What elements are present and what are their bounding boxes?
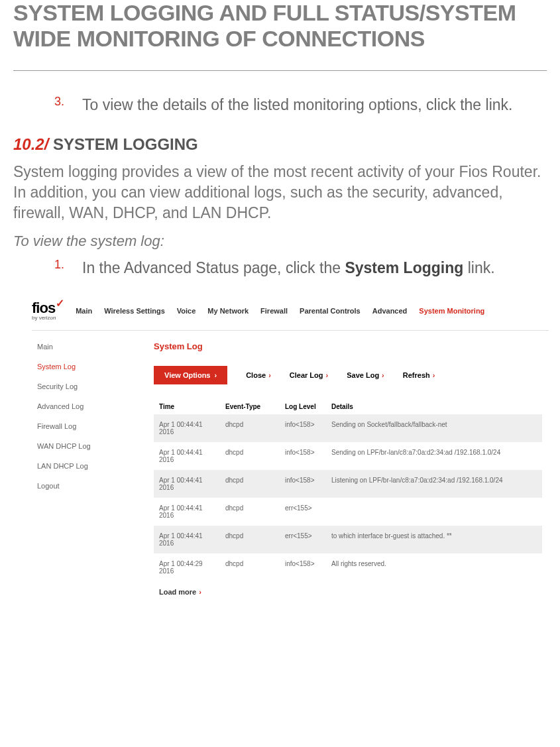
table-cell: Apr 1 00:44:41 2016 bbox=[154, 526, 220, 553]
topnav-item[interactable]: My Network bbox=[207, 307, 249, 315]
divider bbox=[13, 70, 547, 71]
topnav-item[interactable]: Advanced bbox=[372, 307, 408, 315]
table-cell: Sending on LPF/br-lan/c8:a7:0a:d2:34:ad … bbox=[326, 442, 542, 470]
fios-logo: fios ✓ by verizon bbox=[32, 301, 64, 321]
main-panel: System Log View Options › Close› Clear L… bbox=[131, 337, 549, 603]
table-cell: Apr 1 00:44:41 2016 bbox=[154, 470, 220, 498]
topnav-item[interactable]: Wireless Settings bbox=[104, 307, 165, 315]
topnav-item[interactable]: Voice bbox=[177, 307, 196, 315]
sidebar-item[interactable]: Advanced Log bbox=[37, 402, 126, 410]
step-1: 1. In the Advanced Status page, click th… bbox=[54, 258, 547, 278]
table-header-row: Time Event-Type Log Level Details bbox=[154, 399, 542, 414]
table-cell: err<155> bbox=[280, 526, 326, 553]
table-row: Apr 1 00:44:41 2016dhcpdinfo<158>Listeni… bbox=[154, 470, 542, 498]
table-cell: Listening on LPF/br-lan/c8:a7:0a:d2:34:a… bbox=[326, 470, 542, 498]
step-3-text: To view the details of the listed monito… bbox=[82, 95, 512, 115]
table-row: Apr 1 00:44:41 2016dhcpdinfo<158>Sending… bbox=[154, 442, 542, 470]
table-cell: info<158> bbox=[280, 414, 326, 442]
sidebar: MainSystem LogSecurity LogAdvanced LogFi… bbox=[32, 337, 131, 603]
col-event-type: Event-Type bbox=[220, 399, 280, 414]
table-cell: Sending on Socket/fallback/fallback-net bbox=[326, 414, 542, 442]
log-table: Time Event-Type Log Level Details Apr 1 … bbox=[154, 399, 542, 581]
step-3-number: 3. bbox=[54, 95, 82, 115]
sidebar-item[interactable]: System Log bbox=[37, 363, 126, 371]
table-cell: info<158> bbox=[280, 470, 326, 498]
chevron-right-icon: › bbox=[214, 371, 217, 379]
sidebar-item[interactable]: LAN DHCP Log bbox=[37, 462, 126, 470]
action-row: View Options › Close› Clear Log› Save Lo… bbox=[154, 366, 542, 384]
table-row: Apr 1 00:44:29 2016dhcpdinfo<158>All rig… bbox=[154, 553, 542, 581]
view-options-button[interactable]: View Options › bbox=[154, 366, 227, 384]
sidebar-item[interactable]: Security Log bbox=[37, 382, 126, 390]
table-cell: Apr 1 00:44:41 2016 bbox=[154, 442, 220, 470]
topnav-item[interactable]: System Monitoring bbox=[419, 307, 484, 315]
shot-header: fios ✓ by verizon MainWireless SettingsV… bbox=[32, 298, 549, 327]
intro-subheading: To view the system log: bbox=[13, 233, 547, 250]
step-3: 3. To view the details of the listed mon… bbox=[54, 95, 547, 115]
table-cell: dhcpd bbox=[220, 442, 280, 470]
topnav-item[interactable]: Parental Controls bbox=[300, 307, 361, 315]
page-title: SYSTEM LOGGING AND FULL STATUS/SYSTEM WI… bbox=[13, 0, 547, 52]
table-cell: info<158> bbox=[280, 553, 326, 581]
chevron-right-icon: › bbox=[326, 371, 329, 379]
panel-title: System Log bbox=[154, 341, 542, 351]
col-log-level: Log Level bbox=[280, 399, 326, 414]
table-cell: Apr 1 00:44:41 2016 bbox=[154, 498, 220, 526]
chevron-right-icon: › bbox=[433, 371, 435, 379]
chevron-right-icon: › bbox=[382, 371, 384, 379]
save-log-button[interactable]: Save Log› bbox=[347, 371, 384, 379]
table-row: Apr 1 00:44:41 2016dhcpderr<155>to which… bbox=[154, 526, 542, 553]
table-cell: to which interface br-guest is attached.… bbox=[326, 526, 542, 553]
top-nav: MainWireless SettingsVoiceMy NetworkFire… bbox=[76, 307, 484, 315]
close-button[interactable]: Close› bbox=[246, 371, 271, 379]
load-more-button[interactable]: Load more › bbox=[154, 581, 207, 603]
refresh-button[interactable]: Refresh› bbox=[403, 371, 435, 379]
step-1-number: 1. bbox=[54, 258, 82, 278]
topnav-item[interactable]: Main bbox=[76, 307, 92, 315]
table-cell: dhcpd bbox=[220, 498, 280, 526]
shot-divider bbox=[32, 330, 549, 331]
sidebar-item[interactable]: Firewall Log bbox=[37, 422, 126, 430]
router-screenshot: fios ✓ by verizon MainWireless SettingsV… bbox=[32, 298, 549, 603]
check-icon: ✓ bbox=[56, 298, 64, 309]
clear-log-button[interactable]: Clear Log› bbox=[290, 371, 328, 379]
section-heading: 10.2/ SYSTEM LOGGING bbox=[13, 135, 547, 154]
table-cell: dhcpd bbox=[220, 526, 280, 553]
section-number: 10.2/ bbox=[13, 135, 48, 153]
table-cell: dhcpd bbox=[220, 470, 280, 498]
table-cell: err<155> bbox=[280, 498, 326, 526]
col-time: Time bbox=[154, 399, 220, 414]
sidebar-item[interactable]: WAN DHCP Log bbox=[37, 442, 126, 450]
sidebar-item[interactable]: Main bbox=[37, 343, 126, 351]
table-cell: All rights reserved. bbox=[326, 553, 542, 581]
chevron-right-icon: › bbox=[199, 588, 201, 596]
table-cell: info<158> bbox=[280, 442, 326, 470]
sidebar-item[interactable]: Logout bbox=[37, 482, 126, 490]
table-cell bbox=[326, 498, 542, 526]
table-row: Apr 1 00:44:41 2016dhcpdinfo<158>Sending… bbox=[154, 414, 542, 442]
section-title: SYSTEM LOGGING bbox=[53, 135, 198, 153]
table-cell: Apr 1 00:44:29 2016 bbox=[154, 553, 220, 581]
intro-paragraph: System logging provides a view of the mo… bbox=[13, 162, 547, 223]
step-1-text: In the Advanced Status page, click the S… bbox=[82, 258, 495, 278]
table-row: Apr 1 00:44:41 2016dhcpderr<155> bbox=[154, 498, 542, 526]
table-cell: Apr 1 00:44:41 2016 bbox=[154, 414, 220, 442]
col-details: Details bbox=[326, 399, 542, 414]
table-cell: dhcpd bbox=[220, 414, 280, 442]
topnav-item[interactable]: Firewall bbox=[260, 307, 288, 315]
chevron-right-icon: › bbox=[268, 371, 271, 379]
table-cell: dhcpd bbox=[220, 553, 280, 581]
